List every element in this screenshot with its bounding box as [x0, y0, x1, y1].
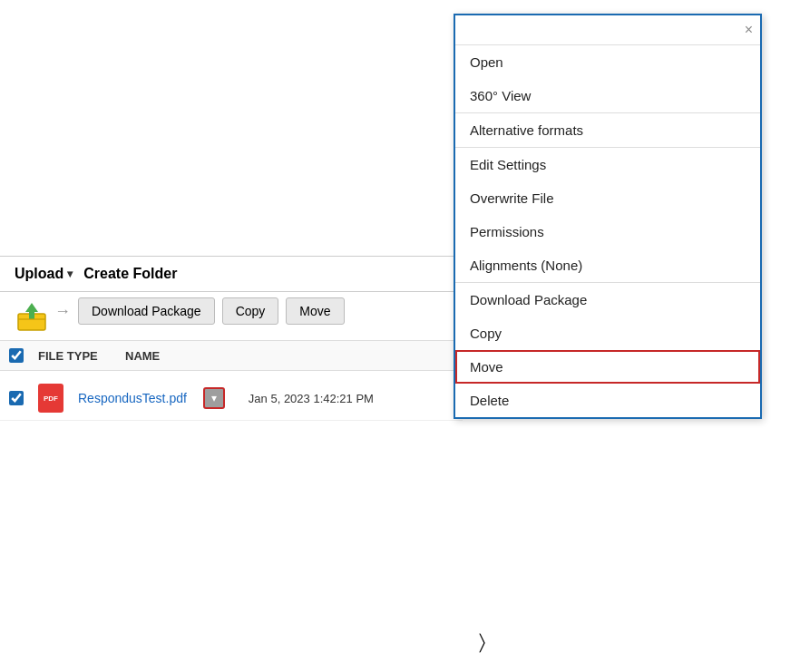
upload-icon-area	[15, 299, 49, 336]
upload-icon	[15, 299, 49, 334]
cursor: 〉	[479, 630, 485, 654]
menu-item-open[interactable]: Open	[455, 45, 760, 79]
upload-button[interactable]: Upload ▾	[15, 266, 73, 282]
menu-item-alignments[interactable]: Alignments (None)	[455, 248, 760, 282]
table-header: FILE TYPE NAME	[0, 340, 463, 371]
col-name-header: NAME	[125, 349, 261, 363]
move-label: Move	[299, 304, 330, 318]
dropdown-arrow-button[interactable]: ▾	[203, 387, 225, 409]
context-search-bar: ×	[455, 15, 760, 45]
row-checkbox[interactable]	[9, 391, 24, 405]
menu-item-permissions[interactable]: Permissions	[455, 215, 760, 248]
col-filetype-header: FILE TYPE	[38, 349, 111, 363]
copy-label: Copy	[236, 304, 266, 318]
download-package-label: Download Package	[92, 304, 201, 318]
search-clear-button[interactable]: ×	[745, 22, 753, 38]
main-area: Upload ▾ Create Folder → Download Packag…	[0, 0, 800, 672]
create-folder-button[interactable]: Create Folder	[83, 266, 177, 282]
file-link[interactable]: RespondusTest.pdf	[78, 391, 187, 405]
menu-item-altformats[interactable]: Alternative formats	[455, 113, 760, 147]
upload-row: Upload ▾ Create Folder	[0, 256, 463, 292]
menu-item-delete[interactable]: Delete	[455, 384, 760, 417]
action-row: → Download Package Copy Move	[54, 297, 345, 325]
select-all-checkbox[interactable]	[9, 348, 24, 363]
pdf-icon	[38, 384, 63, 413]
menu-item-editsettings[interactable]: Edit Settings	[455, 148, 760, 181]
upload-chevron-icon: ▾	[67, 268, 73, 280]
copy-button[interactable]: Copy	[222, 297, 279, 325]
context-search-input[interactable]	[463, 19, 739, 41]
menu-item-move[interactable]: Move	[455, 350, 760, 384]
create-folder-label: Create Folder	[83, 266, 177, 281]
context-menu: × Open 360° View Alternative formats Edi…	[454, 14, 762, 419]
table-row: RespondusTest.pdf ▾ Jan 5, 2023 1:42:21 …	[0, 376, 463, 421]
menu-item-overwrite[interactable]: Overwrite File	[455, 181, 760, 215]
menu-item-copy[interactable]: Copy	[455, 317, 760, 350]
file-timestamp: Jan 5, 2023 1:42:21 PM	[249, 392, 374, 405]
menu-item-view360[interactable]: 360° View	[455, 79, 760, 112]
move-button[interactable]: Move	[286, 297, 344, 325]
menu-item-download[interactable]: Download Package	[455, 283, 760, 317]
arrow-icon: →	[54, 302, 71, 321]
upload-label: Upload	[15, 266, 63, 282]
download-package-button[interactable]: Download Package	[78, 297, 215, 325]
